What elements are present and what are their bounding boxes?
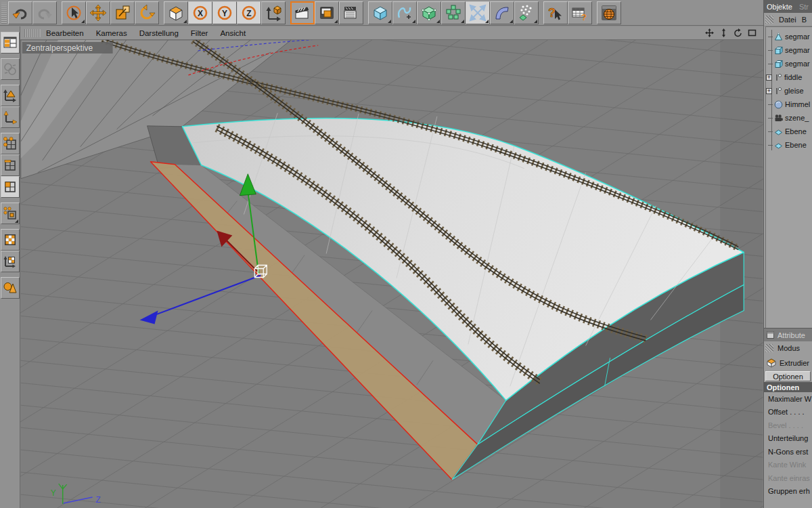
render-region-button[interactable] (315, 1, 339, 24)
array-button[interactable] (441, 1, 466, 24)
tree-item-ebene-1[interactable]: Ebene (766, 125, 812, 138)
attribute-window-icon (767, 331, 774, 339)
tab-attribute[interactable]: Attribute (777, 331, 805, 339)
tree-item-segment-1[interactable]: segmar (766, 30, 812, 43)
particles-button[interactable] (514, 1, 539, 24)
expand-icon[interactable]: + (766, 88, 772, 94)
camera-label-text: Zentralperspektive (26, 43, 93, 53)
attribute-manager-tabbar: Attribute (764, 328, 812, 341)
axis-y-label: Y (222, 8, 227, 18)
layout-tool[interactable] (1, 32, 20, 54)
texture-mode-icon (3, 232, 18, 247)
tree-item-ebene-2[interactable]: Ebene (766, 138, 812, 152)
axis-lock-y-button[interactable]: Y (212, 1, 237, 24)
tree-item-himmel[interactable]: Himmel (766, 98, 812, 111)
texture-mode-button[interactable] (1, 229, 20, 251)
menu-modus[interactable]: Modus (777, 344, 800, 352)
globe-icon (600, 4, 618, 22)
deformer-button[interactable] (490, 1, 514, 24)
menu-ansicht[interactable]: Ansicht (220, 29, 246, 37)
svg-text:?: ? (548, 6, 556, 20)
tree-item-segment-3[interactable]: segmar (766, 57, 812, 70)
add-primitive-button[interactable] (368, 1, 392, 24)
object-tree: segmar segmar segmar + fiddle + gleise H… (765, 26, 812, 328)
prop-gruppen-erhalten[interactable]: Gruppen erh (764, 485, 812, 499)
prop-maximaler-winkel[interactable]: Maximaler W (764, 392, 812, 406)
animation-mode-icon (3, 206, 18, 221)
viewport-3d[interactable]: Y Z Zentralperspektive (20, 40, 763, 508)
menu-bearbeiten-om[interactable]: B (802, 16, 807, 24)
submenu-corner-icon (15, 219, 18, 223)
tab-objekte[interactable]: Objekte (767, 3, 792, 11)
coordinate-system-toggle[interactable] (261, 1, 286, 24)
mode-toolbar (0, 26, 20, 508)
prop-offset[interactable]: Offset . . . . (764, 406, 812, 419)
scale-tool[interactable] (110, 1, 135, 24)
render-view-button[interactable] (290, 1, 315, 24)
right-panel: Objekte Str Datei B segmar segmar segmar… (763, 0, 812, 508)
rotate-tool[interactable] (135, 1, 159, 24)
object-mode-button[interactable] (1, 277, 20, 299)
points-mode-button[interactable] (1, 133, 20, 154)
viewport-menubar-grip[interactable] (24, 29, 41, 37)
menu-kameras[interactable]: Kameras (96, 29, 127, 37)
render-settings-button[interactable] (339, 1, 363, 24)
attribute-manager-grip[interactable] (765, 344, 773, 352)
axis-z-label: Z (246, 8, 251, 18)
scale-icon (114, 4, 131, 22)
tree-item-gleise[interactable]: + gleise (766, 84, 812, 98)
menu-datei[interactable]: Datei (779, 16, 796, 24)
tab-struktur[interactable]: Str (799, 3, 809, 11)
tab-optionen[interactable]: Optionen (765, 371, 811, 381)
submenu-corner-icon (334, 20, 338, 23)
edges-mode-button[interactable] (1, 154, 20, 176)
axis-lock-x-button[interactable]: X (188, 1, 212, 24)
move-tool[interactable] (86, 1, 110, 24)
toolbar-grip[interactable] (1, 2, 7, 24)
axis-tool[interactable] (1, 106, 20, 128)
polygons-mode-button[interactable] (1, 176, 20, 198)
axis-lock-z-button[interactable]: Z (237, 1, 261, 24)
viewport-menubar: Bearbeiten Kameras Darstellung Filter An… (20, 26, 763, 40)
menu-bearbeiten[interactable]: Bearbeiten (46, 29, 84, 37)
prop-bevel: Bevel . . . . (764, 419, 812, 432)
submenu-corner-icon (183, 20, 187, 23)
help-button[interactable]: ? (543, 1, 568, 24)
menu-filter[interactable]: Filter (191, 29, 208, 37)
rotate-view-icon[interactable] (734, 28, 742, 37)
object-manager-grip[interactable] (765, 16, 773, 24)
submenu-corner-icon (510, 20, 513, 23)
add-spline-button[interactable] (392, 1, 417, 24)
animation-mode-button[interactable] (1, 203, 20, 224)
ffd-button[interactable] (466, 1, 490, 24)
camera-label: Zentralperspektive (22, 42, 113, 54)
points-mode-icon (3, 136, 18, 151)
live-selection-tool[interactable] (62, 1, 86, 24)
prop-ngons-erstellen[interactable]: N-Gons erst (764, 445, 812, 459)
menu-darstellung[interactable]: Darstellung (139, 29, 179, 37)
pan-view-icon[interactable] (705, 28, 714, 37)
extrude-object-icon (766, 358, 777, 368)
browser-button[interactable] (597, 1, 621, 24)
undo-icon (12, 4, 29, 22)
undo-button[interactable] (8, 1, 32, 24)
texture-axis-icon (3, 254, 18, 269)
hypernurbs-button[interactable] (417, 1, 441, 24)
live-selection-icon (65, 4, 83, 22)
make-editable-tool (1, 58, 20, 80)
tree-item-szene[interactable]: szene_ (766, 111, 812, 125)
prop-unterteilung[interactable]: Unterteilung (764, 432, 812, 446)
texture-axis-mode-button[interactable] (1, 251, 20, 272)
zoom-view-icon[interactable] (719, 28, 728, 37)
command-help-button[interactable]: ? (568, 1, 592, 24)
axis-y-indicator-label: Y (51, 488, 56, 498)
object-axis-tool[interactable] (1, 85, 20, 106)
axis-z-indicator-label: Z (96, 495, 101, 505)
maximize-view-icon[interactable] (748, 28, 757, 37)
expand-icon[interactable]: + (766, 75, 772, 81)
perspective-view-tool[interactable] (164, 1, 188, 24)
layout-icon (3, 35, 18, 50)
object-axis-icon (3, 88, 18, 103)
tree-item-fiddle[interactable]: + fiddle (766, 70, 812, 84)
tree-item-segment-2[interactable]: segmar (766, 43, 812, 57)
